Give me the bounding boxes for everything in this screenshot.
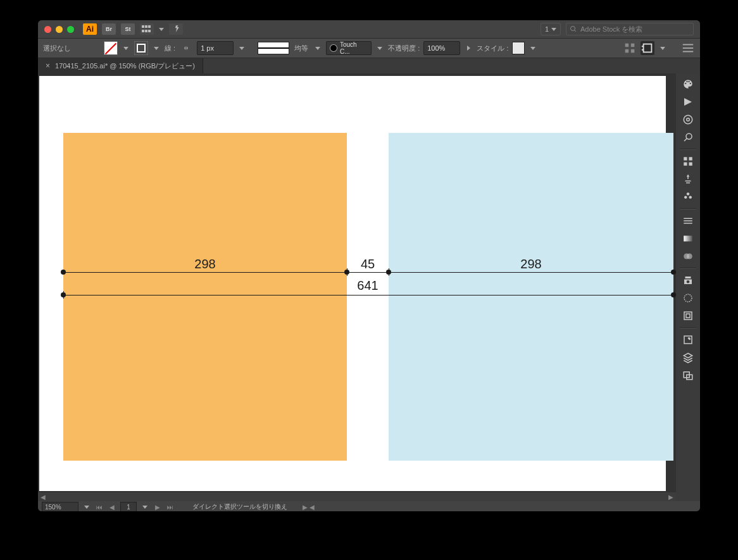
svg-point-0: [571, 27, 575, 31]
bridge-button[interactable]: Br: [102, 23, 116, 35]
stroke-dropdown[interactable]: [152, 42, 161, 54]
zoom-window-button[interactable]: [67, 26, 74, 33]
artboard-dropdown[interactable]: [141, 502, 149, 511]
stroke-width-field[interactable]: 1 px: [197, 41, 234, 55]
brush-selector[interactable]: Touch C...: [326, 41, 372, 55]
color-guide-panel-icon[interactable]: [679, 94, 697, 110]
measure-value-right: 298: [520, 257, 541, 271]
svg-rect-20: [684, 236, 692, 242]
style-label: スタイル :: [477, 44, 508, 53]
appearance-panel-icon[interactable]: [679, 290, 697, 306]
export-panel-icon[interactable]: [679, 332, 697, 348]
blue-rectangle[interactable]: [389, 133, 673, 461]
artboard-number-field[interactable]: 1: [120, 502, 137, 511]
artboards-panel-icon[interactable]: [679, 308, 697, 324]
gpu-performance-button[interactable]: [169, 23, 183, 35]
cc-libraries-panel-icon[interactable]: [679, 272, 697, 289]
panel-dock: [676, 73, 700, 501]
chevron-down-icon: [551, 28, 556, 31]
stock-button[interactable]: St: [121, 23, 135, 35]
svg-rect-14: [689, 157, 692, 160]
close-window-button[interactable]: [44, 26, 51, 33]
orange-rectangle[interactable]: [63, 133, 347, 461]
svg-rect-26: [686, 314, 690, 318]
next-artboard-button[interactable]: ▶: [153, 502, 162, 511]
stroke-width-dropdown[interactable]: [237, 42, 246, 54]
stroke-profile-preview[interactable]: [258, 42, 289, 54]
svg-rect-2: [625, 44, 629, 47]
measure-cap: [389, 268, 389, 276]
brushes-panel-icon[interactable]: [679, 171, 697, 187]
anchor-point[interactable]: [671, 270, 676, 275]
properties-panel-icon[interactable]: [679, 111, 697, 128]
swatches-panel-icon[interactable]: [679, 153, 697, 170]
svg-rect-17: [684, 218, 692, 220]
gradient-panel-icon[interactable]: [679, 230, 697, 247]
svg-rect-16: [689, 163, 692, 166]
zoom-dropdown[interactable]: [82, 502, 91, 511]
align-panel-icon[interactable]: [623, 41, 637, 55]
measure-value-left: 298: [194, 257, 215, 271]
close-tab-icon[interactable]: ×: [46, 61, 50, 70]
main-area: 298 45 298 641 ◀ ▶: [38, 73, 700, 501]
stroke-profile-dropdown[interactable]: [313, 42, 322, 54]
symbols-panel-icon[interactable]: [679, 189, 697, 205]
last-artboard-button[interactable]: ⏭: [166, 502, 175, 511]
style-dropdown[interactable]: [528, 42, 537, 54]
opacity-label: 不透明度 :: [388, 44, 420, 53]
first-artboard-button[interactable]: ⏮: [95, 502, 104, 511]
svg-rect-25: [684, 312, 692, 320]
zoom-field[interactable]: 150%: [42, 502, 78, 511]
panel-separator: [680, 149, 696, 150]
tool-hint: ダイレクト選択ツールを切り換え: [192, 502, 287, 511]
measure-cap: [347, 268, 347, 276]
measure-cap: [63, 291, 64, 299]
control-bar: 選択なし 線 : 1 px 均等 Touch C... 不透明度 : 100% …: [38, 38, 700, 58]
app-logo-icon: Ai: [83, 23, 97, 35]
svg-point-11: [687, 118, 690, 121]
svg-rect-3: [631, 44, 635, 47]
measure-line-right: [389, 272, 673, 273]
workspace-selector[interactable]: 1: [541, 23, 561, 35]
status-expand-icon[interactable]: ▶ ◀: [303, 504, 315, 511]
document-tab-bar: × 170415_2105.ai* @ 150% (RGB/プレビュー): [38, 58, 700, 73]
canvas-workspace[interactable]: 298 45 298 641 ◀ ▶: [38, 73, 676, 501]
svg-rect-13: [684, 157, 687, 160]
transform-panel-icon[interactable]: [641, 41, 654, 55]
svg-rect-27: [684, 336, 692, 344]
workspace-label: 1: [545, 25, 549, 33]
scroll-right-icon[interactable]: ▶: [668, 494, 673, 501]
measure-line-left: [63, 272, 347, 273]
prev-artboard-button[interactable]: ◀: [108, 502, 116, 511]
fill-swatch[interactable]: [104, 41, 118, 55]
arrange-documents-button[interactable]: [140, 23, 154, 35]
svg-rect-15: [684, 163, 687, 166]
stroke-panel-icon[interactable]: [679, 213, 697, 229]
horizontal-scrollbar[interactable]: ◀ ▶: [38, 492, 676, 501]
svg-rect-19: [684, 223, 692, 224]
asset-export-panel-icon[interactable]: [679, 367, 697, 383]
brush-dropdown[interactable]: [375, 42, 384, 54]
document-tab[interactable]: × 170415_2105.ai* @ 150% (RGB/プレビュー): [38, 58, 203, 73]
fill-dropdown[interactable]: [122, 42, 130, 54]
minimize-window-button[interactable]: [56, 26, 63, 33]
svg-rect-5: [631, 49, 635, 53]
stroke-swatch[interactable]: [134, 41, 148, 55]
transform-dropdown[interactable]: [658, 42, 667, 54]
anchor-point[interactable]: [61, 270, 66, 275]
opacity-dropdown[interactable]: [464, 42, 473, 54]
opacity-field[interactable]: 100%: [423, 41, 460, 55]
measure-line-total: [63, 295, 673, 296]
measure-value-total: 641: [357, 278, 378, 293]
layers-panel-icon[interactable]: [679, 349, 697, 366]
stroke-link-icon[interactable]: [179, 41, 193, 55]
search-input[interactable]: Adobe Stock を検索: [566, 23, 694, 35]
graphic-style-swatch[interactable]: [512, 42, 525, 54]
search-placeholder: Adobe Stock を検索: [580, 25, 642, 34]
menu-icon[interactable]: [681, 41, 695, 55]
scroll-left-icon[interactable]: ◀: [41, 494, 46, 501]
navigator-panel-icon[interactable]: [679, 129, 697, 146]
transparency-panel-icon[interactable]: [679, 248, 697, 264]
document-tab-title: 170415_2105.ai* @ 150% (RGB/プレビュー): [55, 61, 195, 71]
color-panel-icon[interactable]: [679, 76, 697, 92]
